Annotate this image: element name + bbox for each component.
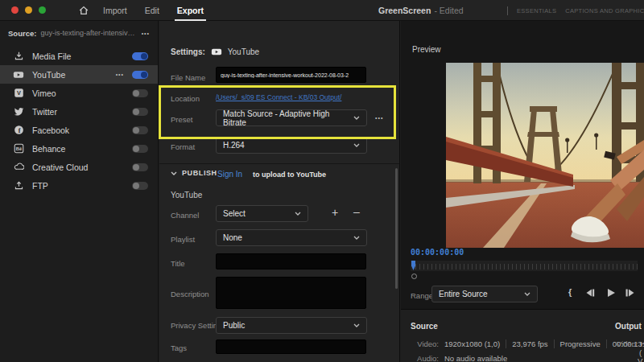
- youtube-toggle[interactable]: [132, 71, 148, 79]
- sidebar-item-media-file[interactable]: Media File: [0, 47, 158, 65]
- playlist-label: Playlist: [171, 235, 195, 244]
- add-channel-button[interactable]: +: [332, 207, 338, 218]
- source-more-icon[interactable]: •••: [142, 31, 150, 36]
- sidebar-item-label: Behance: [32, 144, 65, 154]
- project-name: GreenScreen: [378, 6, 431, 15]
- vimeo-toggle[interactable]: [132, 89, 148, 97]
- youtube-more-icon[interactable]: •••: [116, 72, 124, 77]
- source-info-header: Source: [411, 322, 438, 331]
- preset-more-icon[interactable]: •••: [375, 115, 383, 121]
- sign-in-link[interactable]: Sign In: [217, 170, 242, 179]
- sidebar-item-label: Twitter: [32, 107, 57, 117]
- timeline-scrubber[interactable]: [411, 261, 638, 271]
- range-value: Entire Source: [439, 290, 488, 298]
- play-button[interactable]: [606, 288, 616, 298]
- location-link[interactable]: /Users/_s/09 ES Connect - KB/03 Output/: [216, 93, 341, 101]
- privacy-dropdown[interactable]: Public: [216, 317, 367, 334]
- tags-input[interactable]: [216, 339, 366, 354]
- set-in-point-button[interactable]: {: [568, 287, 572, 297]
- format-value: H.264: [223, 141, 245, 150]
- twitter-icon: [13, 106, 24, 117]
- output-video-clipped: V: [638, 356, 642, 362]
- premiere-export-window: Import Edit Export GreenScreen- Edited E…: [0, 0, 644, 362]
- source-resolution: 1920x1080 (1,0): [444, 339, 506, 348]
- facebook-toggle[interactable]: [132, 126, 148, 134]
- sidebar-item-twitter[interactable]: Twitter: [0, 102, 158, 121]
- loop-toggle-icon[interactable]: [411, 274, 417, 279]
- sidebar-item-behance[interactable]: Bē Behance: [0, 139, 158, 158]
- source-video-label: Video:: [415, 339, 439, 348]
- publish-section-header[interactable]: PUBLISH: [171, 169, 217, 177]
- source-audio-info: No audio available: [444, 354, 507, 362]
- output-video-label: Video:: [617, 339, 638, 348]
- output-video-clipped: H: [640, 339, 644, 348]
- source-scan-type: Progressive: [554, 339, 606, 348]
- settings-destination: YouTube: [228, 47, 259, 56]
- creative-cloud-icon: [13, 162, 24, 173]
- description-label: Description: [171, 290, 209, 298]
- chevron-down-icon: [353, 323, 360, 327]
- step-back-button[interactable]: [585, 288, 596, 298]
- playlist-value: None: [223, 233, 242, 242]
- channel-dropdown[interactable]: Select: [216, 205, 308, 222]
- sidebar-item-facebook[interactable]: f Facebook: [0, 121, 158, 139]
- sidebar-item-creative-cloud[interactable]: Creative Cloud: [0, 158, 158, 176]
- facebook-icon: f: [13, 125, 24, 136]
- sidebar-item-vimeo[interactable]: V Vimeo: [0, 84, 158, 102]
- chevron-down-icon: [353, 143, 360, 147]
- playlist-dropdown[interactable]: None: [216, 229, 367, 246]
- close-window-button[interactable]: [11, 6, 19, 14]
- youtube-section-label: YouTube: [171, 191, 202, 200]
- settings-header: Settings: YouTube: [171, 46, 259, 57]
- settings-scrollbar[interactable]: [395, 168, 398, 289]
- tab-edit[interactable]: Edit: [145, 0, 159, 21]
- range-label: Range: [411, 291, 433, 300]
- settings-label: Settings:: [171, 47, 205, 56]
- title-input[interactable]: [216, 253, 366, 269]
- fullscreen-window-button[interactable]: [39, 6, 46, 14]
- preset-dropdown[interactable]: Match Source - Adaptive High Bitrate: [216, 109, 367, 126]
- media-file-toggle[interactable]: [132, 52, 148, 60]
- title-label: Title: [171, 259, 185, 268]
- format-dropdown[interactable]: H.264: [216, 137, 367, 154]
- chevron-down-icon: [524, 292, 530, 296]
- workspace-switcher: ESSENTIALS CAPTIONS AND GRAPHICS EFFECTS: [507, 6, 644, 15]
- youtube-icon: [211, 46, 222, 57]
- sign-in-suffix: to upload to YouTube: [253, 171, 326, 179]
- file-name-input[interactable]: [216, 67, 366, 83]
- export-settings-panel: Settings: YouTube File Name Location /Us…: [159, 21, 400, 362]
- svg-text:f: f: [18, 127, 20, 134]
- minimize-window-button[interactable]: [25, 6, 32, 14]
- remove-channel-button[interactable]: –: [353, 206, 360, 217]
- titlebar: Import Edit Export GreenScreen- Edited E…: [0, 0, 644, 21]
- project-title: GreenScreen- Edited: [378, 6, 464, 15]
- preview-panel: Preview: [401, 21, 644, 362]
- behance-toggle[interactable]: [132, 145, 148, 153]
- project-state: - Edited: [434, 6, 463, 15]
- range-dropdown[interactable]: Entire Source: [431, 286, 538, 302]
- description-input[interactable]: [216, 277, 366, 309]
- tags-label: Tags: [171, 343, 187, 352]
- behance-icon: Bē: [13, 143, 24, 154]
- creative-cloud-toggle[interactable]: [132, 163, 148, 171]
- home-icon[interactable]: [78, 5, 89, 16]
- chevron-down-icon: [353, 116, 360, 120]
- source-filename: guy-is-texting-after-intensive-...: [40, 29, 137, 37]
- output-info-header: Output: [615, 322, 642, 331]
- twitter-toggle[interactable]: [132, 108, 148, 116]
- tab-import[interactable]: Import: [103, 0, 127, 21]
- sidebar-item-youtube[interactable]: YouTube •••: [0, 65, 158, 84]
- sidebar-item-label: Creative Cloud: [32, 162, 88, 172]
- tab-export[interactable]: Export: [177, 0, 204, 21]
- file-name-label: File Name: [171, 73, 205, 82]
- workspace-essentials[interactable]: ESSENTIALS: [517, 7, 556, 14]
- sidebar-item-ftp[interactable]: FTP: [0, 176, 158, 195]
- publish-label: PUBLISH: [182, 169, 217, 177]
- workspace-captions-and-graphics[interactable]: CAPTIONS AND GRAPHICS: [565, 7, 644, 14]
- timeline-ticks: [415, 264, 638, 269]
- location-label: Location: [171, 94, 200, 103]
- sidebar-item-label: Facebook: [32, 125, 69, 135]
- source-label: Source:: [8, 29, 36, 38]
- step-forward-button[interactable]: [625, 288, 635, 298]
- ftp-toggle[interactable]: [132, 182, 148, 190]
